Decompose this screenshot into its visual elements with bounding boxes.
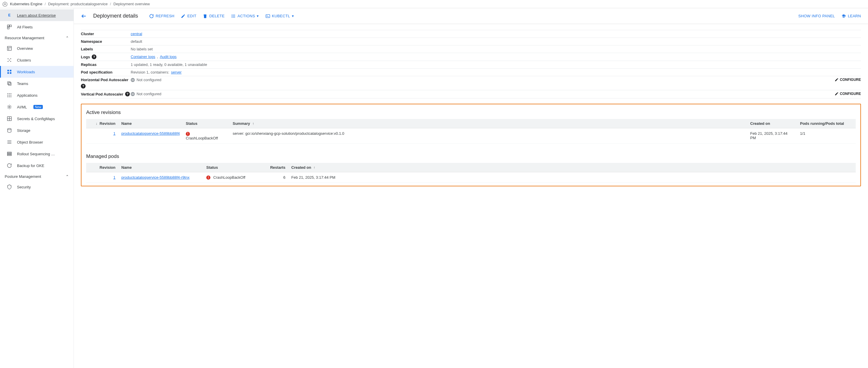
sidebar-item-applications[interactable]: Applications [0, 89, 73, 101]
sidebar-item-teams[interactable]: Teams [0, 78, 73, 89]
revision-name-link[interactable]: productcatalogservice-5589bb88f4 [121, 131, 180, 136]
breadcrumb-separator: / [45, 2, 46, 6]
revision-status: CrashLoopBackOff [186, 136, 227, 140]
kv-key-labels: Labels [81, 47, 131, 51]
learn-button[interactable]: LEARN [841, 14, 861, 19]
svg-rect-13 [7, 70, 9, 71]
help-icon[interactable]: ? [92, 55, 96, 59]
main-content: Deployment details REFRESH EDIT DELETE A… [74, 8, 868, 368]
col-status[interactable]: Status [183, 119, 230, 128]
revision-link[interactable]: 1 [114, 131, 116, 136]
svg-rect-3 [10, 25, 11, 27]
svg-rect-18 [8, 83, 11, 85]
breadcrumb-deployment[interactable]: Deployment: productcatalogservice [48, 2, 107, 6]
col-created[interactable]: Created on ↑ [288, 163, 856, 172]
col-revision[interactable]: Revision [86, 163, 118, 172]
clusters-icon [6, 57, 12, 63]
sidebar-item-overview[interactable]: Overview [0, 42, 73, 54]
breadcrumb: Kubernetes Engine / Deployment: productc… [0, 0, 868, 8]
chevron-up-icon: ⌃ [66, 174, 69, 179]
col-name[interactable]: Name [118, 163, 204, 172]
highlighted-sections: Active revisions ↓ Revision Name Status … [81, 104, 861, 186]
svg-rect-16 [10, 72, 11, 74]
svg-rect-38 [7, 155, 11, 156]
show-info-panel-button[interactable]: SHOW INFO PANEL [798, 14, 835, 18]
configure-vpa-button[interactable]: CONFIGURE [835, 92, 861, 96]
configure-hpa-button[interactable]: CONFIGURE [835, 78, 861, 82]
kubernetes-icon [2, 1, 8, 7]
chevron-down-icon: ▾ [292, 14, 294, 18]
svg-rect-5 [7, 46, 11, 51]
svg-point-28 [9, 106, 10, 108]
cluster-link[interactable]: central [131, 32, 142, 36]
revision-pods: 1/1 [797, 128, 856, 144]
col-pods[interactable]: Pods running/Pods total [797, 119, 856, 128]
edit-button[interactable]: EDIT [181, 14, 196, 19]
fleets-icon [6, 24, 12, 30]
sidebar: E Learn about Enterprise All Fleets Reso… [0, 8, 74, 368]
sidebar-item-storage[interactable]: Storage [0, 125, 73, 136]
sidebar-item-object-browser[interactable]: Object Browser [0, 136, 73, 148]
page-title: Deployment details [93, 13, 138, 19]
sidebar-item-clusters[interactable]: Clusters [0, 54, 73, 66]
breadcrumb-separator: / [110, 2, 111, 6]
sidebar-item-workloads[interactable]: Workloads [0, 66, 73, 78]
delete-button[interactable]: DELETE [203, 14, 224, 19]
svg-point-12 [9, 60, 10, 61]
sidebar-section-resource-management[interactable]: Resource Management ⌃ [0, 33, 73, 42]
sidebar-item-all-fleets[interactable]: All Fleets [0, 21, 73, 33]
refresh-button[interactable]: REFRESH [149, 14, 174, 19]
back-button[interactable] [81, 13, 87, 19]
active-revisions-table: ↓ Revision Name Status Summary ↑ Created… [86, 119, 856, 144]
svg-point-26 [9, 96, 10, 97]
arrow-down-icon: ↓ [96, 122, 97, 126]
sidebar-item-secrets[interactable]: Secrets & ConfigMaps [0, 113, 73, 125]
teams-icon [6, 81, 12, 86]
svg-point-10 [8, 61, 8, 62]
container-logs-link[interactable]: Container logs [131, 55, 155, 59]
breadcrumb-service[interactable]: Kubernetes Engine [10, 2, 42, 6]
sidebar-item-aiml[interactable]: AI/ML New [0, 101, 73, 113]
pod-status: CrashLoopBackOff [213, 175, 246, 180]
podspec-server-link[interactable]: server [171, 70, 182, 74]
pod-revision-link[interactable]: 1 [114, 175, 116, 180]
svg-point-9 [10, 58, 11, 59]
refresh-icon [149, 14, 154, 19]
sidebar-item-enterprise[interactable]: E Learn about Enterprise [0, 9, 73, 21]
col-revision[interactable]: ↓ Revision [86, 119, 118, 128]
svg-rect-17 [8, 82, 10, 84]
kv-val-namespace: default [131, 39, 861, 44]
kv-key-hpa: Horizontal Pod Autoscaler ? [81, 78, 131, 89]
edit-icon [835, 92, 839, 96]
kv-key-cluster: Cluster [81, 32, 131, 36]
kv-val-replicas: 1 updated, 1 ready, 0 available, 1 unava… [131, 62, 861, 67]
col-name[interactable]: Name [118, 119, 183, 128]
pod-name-link[interactable]: productcatalogservice-5589bb88f4-r9tnx [121, 175, 190, 180]
kv-key-logs: Logs ? [81, 55, 131, 59]
sidebar-item-security[interactable]: Security [0, 181, 73, 193]
svg-point-8 [8, 58, 8, 59]
svg-point-1 [4, 3, 6, 5]
minus-icon [131, 92, 135, 96]
help-icon[interactable]: ? [125, 92, 130, 96]
sidebar-section-posture-management[interactable]: Posture Management ⌃ [0, 172, 73, 181]
svg-point-23 [9, 95, 10, 96]
sidebar-item-backup[interactable]: Backup for GKE [0, 160, 73, 172]
svg-rect-36 [7, 152, 11, 153]
audit-logs-link[interactable]: Audit logs [160, 55, 177, 59]
help-icon[interactable]: ? [81, 84, 86, 89]
col-created[interactable]: Created on [747, 119, 797, 128]
kubectl-button[interactable]: KUBECTL ▾ [266, 14, 294, 19]
revision-created: Feb 21, 2025, 3:17:44 PM [747, 128, 797, 144]
details-table: Cluster central Namespace default Labels… [81, 30, 861, 98]
delete-icon [203, 14, 208, 19]
table-row: 1 productcatalogservice-5589bb88f4-r9tnx… [86, 172, 856, 183]
actions-button[interactable]: ACTIONS ▾ [231, 14, 259, 19]
chevron-down-icon: ▾ [257, 14, 259, 18]
chevron-up-icon: ⌃ [66, 36, 69, 40]
svg-point-21 [10, 93, 11, 94]
col-summary[interactable]: Summary ↑ [230, 119, 747, 128]
col-restarts[interactable]: Restarts [262, 163, 288, 172]
sidebar-item-rollout[interactable]: Rollout Sequencing … [0, 148, 73, 160]
col-status[interactable]: Status [204, 163, 262, 172]
